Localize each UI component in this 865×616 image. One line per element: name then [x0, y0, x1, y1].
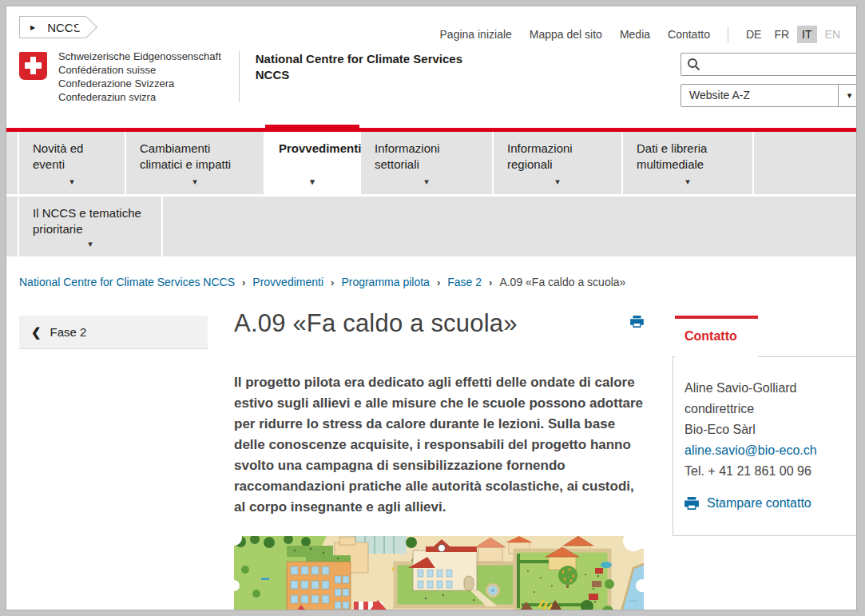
contact-name: Aline Savio-Golliard	[684, 378, 853, 399]
print-contact-label: Stampare contatto	[707, 493, 811, 514]
nav-item-informazioni-regionali[interactable]: Informazioni regionali ▾	[494, 132, 621, 194]
printer-icon	[684, 497, 699, 510]
select-arrow-icon: ▾	[838, 85, 856, 106]
link-media[interactable]: Media	[620, 28, 650, 41]
breadcrumb-separator: ›	[489, 276, 492, 288]
nav-item-cambiamenti-climatici[interactable]: Cambiamenti climatici e impatti ▾	[126, 132, 264, 194]
nccs-tab-label: NCCS	[47, 21, 81, 34]
breadcrumb-separator: ›	[437, 276, 440, 288]
nav-filler	[163, 197, 856, 256]
chevron-down-icon: ▾	[88, 236, 93, 252]
tab-contatto[interactable]: Contatto	[675, 316, 758, 357]
print-contact-link[interactable]: Stampare contatto	[684, 493, 853, 514]
printer-icon	[630, 316, 644, 328]
lang-de[interactable]: DE	[741, 26, 766, 43]
nav-edge	[6, 197, 18, 256]
main-content: A.09 «Fa caldo a scuola» Il progetto pil…	[234, 308, 644, 610]
link-contatto[interactable]: Contatto	[668, 28, 710, 41]
az-select[interactable]: Website A-Z ▾	[680, 84, 856, 107]
breadcrumb-current: A.09 «Fa caldo a scuola»	[499, 276, 625, 288]
lang-it[interactable]: IT	[797, 26, 816, 43]
breadcrumb-home[interactable]: National Centre for Climate Services NCC…	[19, 276, 235, 288]
confederation-wordmark: Schweizerische Eidgenossenschaft Confédé…	[58, 50, 221, 104]
lead-paragraph: Il progetto pilota era dedicato agli eff…	[234, 372, 644, 518]
back-to-fase-2[interactable]: ❮ Fase 2	[19, 316, 208, 349]
language-switcher: DE FR IT EN	[738, 26, 845, 43]
page-title: A.09 «Fa caldo a scuola»	[234, 308, 644, 340]
lang-en: EN	[820, 26, 845, 43]
breadcrumb-provvedimenti[interactable]: Provvedimenti	[252, 276, 323, 288]
main-navigation: Novità ed eventi ▾ Cambiamenti climatici…	[6, 132, 856, 256]
nccs-breadcrumb-tab[interactable]: ▶ NCCS	[19, 16, 86, 38]
nav-item-dati-e-libreria[interactable]: Dati e libreria multimediale ▾	[623, 132, 752, 194]
az-select-label: Website A-Z	[681, 85, 838, 106]
chevron-down-icon: ▾	[192, 173, 197, 189]
breadcrumb-separator: ›	[242, 276, 245, 288]
breadcrumb: National Centre for Climate Services NCC…	[19, 276, 625, 288]
site-title[interactable]: National Centre for Climate Services NCC…	[256, 51, 487, 83]
nav-item-provvedimenti[interactable]: Provvedimenti ▾	[265, 132, 359, 194]
nccs-page: ▶ NCCS Pagina iniziale Mappa del sito Me…	[6, 6, 856, 610]
contact-phone: Tel. + 41 21 861 00 96	[684, 461, 853, 482]
breadcrumb-fase-2[interactable]: Fase 2	[447, 276, 482, 288]
contact-email-link[interactable]: aline.savio@bio-eco.ch	[684, 443, 817, 457]
contact-role: condirettrice	[684, 399, 853, 419]
print-page-button[interactable]	[630, 316, 644, 330]
nav-item-il-nccs-tematiche[interactable]: Il NCCS e tematiche prioritarie ▾	[19, 197, 161, 256]
back-label: Fase 2	[50, 325, 87, 339]
lang-fr[interactable]: FR	[769, 26, 794, 43]
chevron-left-icon: ❮	[31, 325, 42, 340]
top-links: Pagina iniziale Mappa del sito Media Con…	[423, 26, 845, 43]
chevron-down-icon: ▾	[424, 173, 429, 189]
site-header-logo[interactable]: Schweizerische Eidgenossenschaft Confédé…	[19, 50, 487, 104]
breadcrumb-separator: ›	[331, 276, 334, 288]
topbar-divider	[728, 26, 728, 42]
nav-edge	[6, 132, 18, 194]
header-divider	[239, 51, 240, 102]
chevron-down-icon: ▾	[69, 173, 74, 189]
contact-company: Bio-Eco Sàrl	[684, 419, 853, 440]
nav-filler	[754, 132, 856, 194]
caret-right-icon: ▶	[30, 24, 35, 31]
chevron-down-icon: ▾	[555, 173, 560, 189]
swiss-coat-of-arms-icon	[19, 52, 47, 80]
link-pagina-iniziale[interactable]: Pagina iniziale	[440, 28, 512, 41]
chevron-down-icon: ▾	[310, 173, 315, 189]
contact-box: Aline Savio-Golliard condirettrice Bio-E…	[673, 356, 856, 536]
search-area: Website A-Z ▾	[680, 53, 856, 107]
search-icon[interactable]	[687, 58, 700, 71]
search-input[interactable]	[704, 54, 856, 75]
search-box	[680, 53, 856, 76]
window-frame: ▶ NCCS Pagina iniziale Mappa del sito Me…	[0, 0, 865, 616]
nav-item-novita-ed-eventi[interactable]: Novità ed eventi ▾	[19, 132, 125, 194]
nav-item-informazioni-settoriali[interactable]: Informazioni settoriali ▾	[361, 132, 492, 194]
chevron-down-icon: ▾	[685, 173, 690, 189]
town-illustration	[234, 536, 644, 610]
breadcrumb-programma-pilota[interactable]: Programma pilota	[341, 276, 430, 288]
link-mappa-del-sito[interactable]: Mappa del sito	[530, 28, 602, 41]
